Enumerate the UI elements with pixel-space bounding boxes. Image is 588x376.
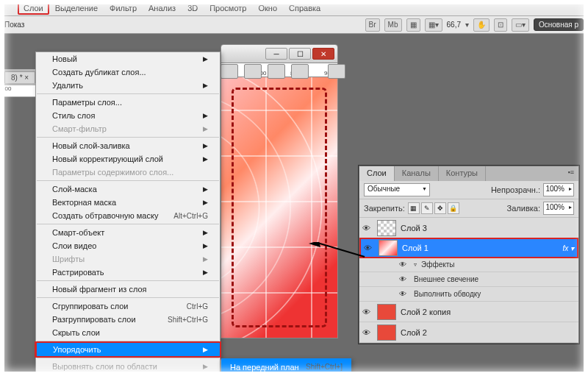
menu-item: Распределить▶ bbox=[36, 373, 220, 376]
menu-item[interactable]: Разгруппировать слоиShift+Ctrl+G bbox=[36, 313, 220, 326]
tab-layers[interactable]: Слои bbox=[359, 166, 395, 181]
menubar: СлоиВыделениеФильтрАнализ3DПросмотрОкноС… bbox=[0, 0, 588, 16]
layer-list: 👁Слой 3👁Слой 1fx ▾👁▿Эффекты👁Внешнее свеч… bbox=[359, 218, 578, 343]
menu-справка[interactable]: Справка bbox=[283, 1, 326, 15]
effect-item[interactable]: 👁Выполнить обводку bbox=[359, 287, 578, 302]
lock-brush-icon[interactable]: ✎ bbox=[421, 202, 433, 214]
menu-окно[interactable]: Окно bbox=[252, 1, 283, 15]
visibility-icon[interactable]: 👁 bbox=[399, 290, 409, 298]
tab-paths[interactable]: Контуры bbox=[439, 166, 486, 181]
menu-item: Шрифты▶ bbox=[36, 252, 220, 266]
menu-item[interactable]: Сгруппировать слоиCtrl+G bbox=[36, 299, 220, 313]
grid-icon[interactable]: ▦ bbox=[406, 18, 420, 32]
layer-row[interactable]: 👁Слой 2 bbox=[359, 322, 578, 343]
window-titlebar: ─ ☐ ✕ bbox=[220, 44, 338, 63]
visibility-icon[interactable]: 👁 bbox=[364, 244, 374, 252]
hand-icon[interactable]: ✋ bbox=[473, 18, 490, 32]
grid-icon[interactable]: ▦▾ bbox=[425, 18, 442, 32]
menu-item[interactable]: Растрировать▶ bbox=[36, 266, 220, 279]
menu-слои[interactable]: Слои bbox=[18, 1, 49, 15]
screen-icon[interactable]: ▭▾ bbox=[512, 18, 529, 32]
menu-item: Смарт-фильтр▶ bbox=[36, 122, 220, 135]
menu-item[interactable]: Новый▶ bbox=[36, 52, 220, 65]
zoom-value: 66,7 bbox=[447, 21, 461, 29]
panel-tabs: Слои Каналы Контуры ▪≡ bbox=[359, 166, 578, 181]
lock-pixels-icon[interactable]: ▦ bbox=[408, 202, 420, 214]
lock-label: Закрепить: bbox=[364, 204, 405, 213]
layer-row[interactable]: 👁Слой 1fx ▾ bbox=[359, 238, 578, 258]
visibility-icon[interactable]: 👁 bbox=[362, 308, 373, 316]
doc-tab[interactable]: 8) * × bbox=[4, 71, 35, 83]
workspace-button[interactable]: Основная р bbox=[534, 18, 584, 31]
fx-badge: fx ▾ bbox=[562, 244, 574, 252]
menu-item[interactable]: Смарт-объект▶ bbox=[36, 226, 220, 239]
menu-item[interactable]: Новый слой-заливка▶ bbox=[36, 139, 220, 152]
menu-item[interactable]: Параметры слоя... bbox=[36, 96, 220, 109]
menu-item[interactable]: Скрыть слои bbox=[36, 326, 220, 339]
menu-выделение[interactable]: Выделение bbox=[49, 1, 104, 15]
panel-menu-icon[interactable]: ▪≡ bbox=[564, 166, 578, 181]
visibility-icon[interactable]: 👁 bbox=[362, 328, 373, 337]
layer-thumbnail[interactable] bbox=[377, 220, 396, 236]
layer-thumbnail[interactable] bbox=[377, 304, 396, 320]
submenu-item[interactable]: На передний планShift+Ctrl+] bbox=[221, 358, 351, 375]
layer-name: Слой 3 bbox=[401, 224, 576, 233]
layer-row[interactable]: 👁Слой 2 копия bbox=[359, 302, 578, 322]
canvas[interactable] bbox=[220, 77, 338, 338]
options-icon[interactable] bbox=[291, 64, 309, 79]
options-left-label: Показ bbox=[4, 21, 24, 29]
visibility-icon[interactable]: 👁 bbox=[399, 275, 409, 283]
options-controls bbox=[220, 63, 345, 79]
menu-item[interactable]: Создать дубликат слоя... bbox=[36, 65, 220, 79]
layers-panel: Слои Каналы Контуры ▪≡ Обычные Непрозрач… bbox=[359, 166, 579, 344]
lock-all-icon[interactable]: 🔒 bbox=[448, 202, 459, 214]
menu-item: Выровнять слои по области▶ bbox=[36, 360, 220, 373]
fill-input[interactable]: 100% bbox=[543, 202, 574, 215]
opacity-input[interactable]: 100% bbox=[543, 183, 574, 196]
tab-channels[interactable]: Каналы bbox=[395, 166, 439, 181]
layers-menu: Новый▶Создать дубликат слоя...Удалить▶Па… bbox=[35, 52, 220, 376]
menu-item[interactable]: Векторная маска▶ bbox=[36, 196, 220, 209]
view-icon[interactable]: ⊡ bbox=[494, 18, 507, 32]
close-icon[interactable]: ✕ bbox=[312, 48, 334, 60]
arrange-submenu: На передний планShift+Ctrl+]Переложить в… bbox=[220, 358, 351, 376]
lock-move-icon[interactable]: ✥ bbox=[434, 202, 446, 214]
layer-row[interactable]: 👁Слой 3 bbox=[359, 218, 578, 238]
options-icon[interactable] bbox=[244, 64, 262, 79]
menu-item[interactable]: Слой-маска▶ bbox=[36, 182, 220, 196]
menu-item[interactable]: Удалить▶ bbox=[36, 79, 220, 92]
menu-item[interactable]: Создать обтравочную маскуAlt+Ctrl+G bbox=[36, 209, 220, 222]
effect-item[interactable]: 👁Внешнее свечение bbox=[359, 272, 578, 287]
maximize-icon[interactable]: ☐ bbox=[289, 48, 311, 60]
options-icon[interactable] bbox=[268, 64, 285, 79]
menu-3d[interactable]: 3D bbox=[182, 1, 204, 15]
layer-name: Слой 2 bbox=[401, 328, 576, 337]
menu-фильтр[interactable]: Фильтр bbox=[104, 1, 143, 15]
blend-mode-select[interactable]: Обычные bbox=[364, 183, 430, 196]
document-window: ─ ☐ ✕ 75080085090095010001050 bbox=[220, 44, 338, 338]
menu-просмотр[interactable]: Просмотр bbox=[204, 1, 252, 15]
menu-item[interactable]: Новый корректирующий слой▶ bbox=[36, 152, 220, 166]
menu-item[interactable]: Новый фрагмент из слоя bbox=[36, 283, 220, 296]
toolbar-icon[interactable]: Mb bbox=[384, 18, 402, 32]
layer-thumbnail[interactable] bbox=[377, 324, 396, 341]
blend-row: Обычные Непрозрачн.: 100% bbox=[359, 181, 578, 199]
menu-item[interactable]: Стиль слоя▶ bbox=[36, 109, 220, 122]
minimize-icon[interactable]: ─ bbox=[265, 48, 287, 60]
options-icon[interactable] bbox=[328, 64, 345, 79]
options-icon[interactable] bbox=[220, 64, 238, 79]
menu-item[interactable]: Слои видео▶ bbox=[36, 239, 220, 252]
layer-thumbnail[interactable] bbox=[379, 240, 398, 256]
fill-label: Заливка: bbox=[507, 204, 540, 213]
options-bar: Показ Br Mb ▦ ▦▾ 66,7 ▾ ✋ ⊡ ▭▾ Основная … bbox=[0, 16, 588, 34]
menu-item[interactable]: Упорядочить▶ bbox=[35, 341, 221, 358]
visibility-icon[interactable]: 👁 bbox=[362, 224, 373, 233]
opacity-label: Непрозрачн.: bbox=[491, 185, 540, 194]
visibility-icon[interactable]: 👁 bbox=[399, 260, 409, 269]
effects-header: 👁▿Эффекты bbox=[359, 258, 578, 272]
layer-name: Слой 1 bbox=[402, 244, 558, 252]
menu-item: Параметры содержимого слоя... bbox=[36, 166, 220, 179]
toolbar-icon[interactable]: Br bbox=[365, 18, 380, 32]
layer-name: Слой 2 копия bbox=[401, 308, 576, 316]
menu-анализ[interactable]: Анализ bbox=[143, 1, 182, 15]
